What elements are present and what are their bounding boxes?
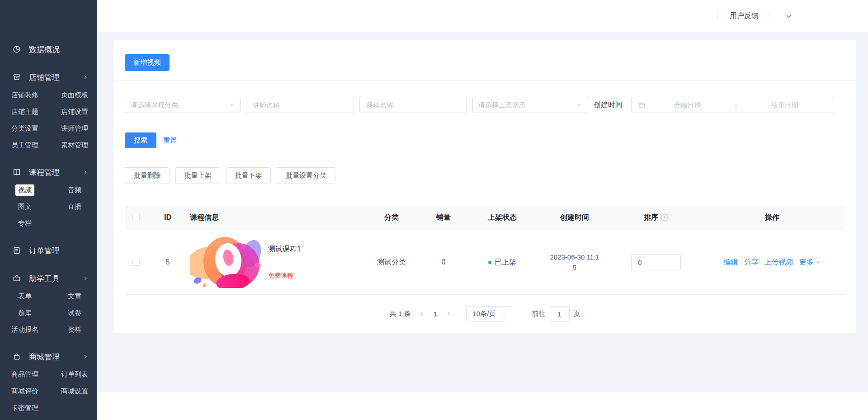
status-select[interactable]: 请选择上架状态 — [472, 97, 588, 113]
select-all-checkbox[interactable] — [132, 214, 140, 221]
goto-page-input[interactable] — [550, 306, 570, 321]
prev-page-button[interactable] — [419, 311, 425, 317]
sidebar-item[interactable]: 图文 — [0, 198, 50, 215]
end-date-placeholder[interactable]: 结束日期 — [743, 101, 826, 109]
batch-publish-button[interactable]: 批量上架 — [175, 167, 220, 184]
chevron-right-icon — [83, 170, 88, 175]
user-feedback-link[interactable]: 用户反馈 — [730, 11, 759, 21]
batch-set-category-button[interactable]: 批量设置分类 — [277, 167, 335, 184]
sidebar-item[interactable]: 讲师管理 — [50, 120, 99, 137]
sidebar-item[interactable]: 店铺主题 — [0, 104, 50, 120]
row-checkbox[interactable] — [132, 259, 140, 266]
column-header-sort: 排序 ! — [613, 213, 699, 222]
add-video-button[interactable]: 新增视频 — [125, 54, 170, 71]
sidebar-item-order-management[interactable]: 订单管理 — [0, 241, 97, 260]
topbar: 用户反馈 — [97, 0, 868, 32]
teacher-name-field — [246, 97, 354, 113]
sidebar-item[interactable]: 店铺设置 — [50, 104, 99, 120]
search-button[interactable]: 搜索 — [125, 132, 156, 148]
chevron-down-icon — [815, 260, 821, 265]
sidebar-item[interactable]: 专栏 — [0, 215, 50, 232]
info-circle-icon[interactable]: ! — [661, 214, 668, 221]
status-select-placeholder: 请选择上架状态 — [478, 101, 526, 109]
chevron-right-icon — [83, 75, 88, 80]
content-card: 新增视频 请选择课程分类 请选择上架状态 创建时间 — [113, 40, 856, 333]
sidebar-item[interactable]: 员工管理 — [0, 137, 50, 154]
sidebar-item[interactable]: 题库 — [0, 305, 50, 321]
sidebar-item[interactable]: 素材管理 — [50, 137, 99, 154]
batch-unpublish-button[interactable]: 批量下架 — [226, 167, 271, 184]
sidebar-group-mall-title[interactable]: 商城管理 — [0, 347, 97, 366]
sidebar-item[interactable]: 表单 — [0, 288, 50, 305]
sidebar-item[interactable]: 活动报名 — [0, 321, 50, 338]
chevron-down-icon — [576, 102, 582, 108]
upload-video-link[interactable]: 上传视频 — [764, 258, 793, 267]
sidebar-group-label: 订单管理 — [29, 245, 60, 256]
share-link[interactable]: 分享 — [744, 258, 759, 267]
column-header-ops: 操作 — [699, 213, 845, 222]
sidebar-item[interactable]: 试卷 — [50, 305, 99, 321]
sidebar-group-label: 课程管理 — [29, 167, 60, 178]
row-status: 已上架 — [468, 258, 536, 267]
sidebar-group-course-title[interactable]: 课程管理 — [0, 163, 97, 182]
sidebar-group-label: 商城管理 — [29, 352, 60, 362]
table-header: ID 课程信息 分类 销量 上架状态 创建时间 排序 ! 操作 — [125, 205, 845, 230]
column-header-created: 创建时间 — [536, 213, 613, 222]
start-date-placeholder[interactable]: 开始日期 — [646, 101, 729, 109]
topbar-divider — [769, 12, 769, 19]
sidebar-item-video-active[interactable]: 视频 — [0, 182, 50, 198]
column-header-sales: 销量 — [419, 213, 468, 222]
filter-bar: 请选择课程分类 请选择上架状态 创建时间 — [113, 97, 856, 113]
chevron-right-icon — [83, 276, 88, 281]
date-range-picker[interactable]: 开始日期 - 结束日期 — [631, 97, 833, 113]
row-category: 测试分类 — [364, 258, 419, 267]
page-size-select[interactable]: 10条/页 — [466, 306, 511, 321]
sort-input[interactable] — [631, 254, 681, 270]
more-dropdown[interactable]: 更多 — [799, 258, 821, 267]
sidebar-item[interactable]: 商品管理 — [0, 366, 50, 383]
sidebar-item[interactable]: 订单列表 — [50, 366, 99, 383]
table-row: 5 测试课程1 免费课程 测试分类 0 已上架 — [125, 230, 845, 295]
sidebar-group-course: 课程管理 视频 音频 图文 直播 专栏 — [0, 163, 97, 232]
category-select[interactable]: 请选择课程分类 — [125, 97, 241, 113]
sidebar-item[interactable]: 商城设置 — [50, 383, 99, 400]
batch-delete-button[interactable]: 批量删除 — [125, 167, 170, 184]
topbar-divider — [717, 12, 718, 19]
divider — [113, 80, 856, 81]
row-sales: 0 — [419, 258, 468, 266]
free-course-tag: 免费课程 — [268, 272, 301, 280]
sidebar-item[interactable]: 直播 — [50, 198, 99, 215]
page-number-current[interactable]: 1 — [433, 310, 437, 318]
next-page-button[interactable] — [445, 311, 452, 317]
sidebar-item[interactable]: 页面模板 — [50, 87, 99, 104]
course-thumbnail — [190, 237, 262, 288]
sidebar-group-tools-title[interactable]: 助学工具 — [0, 269, 97, 288]
course-name-input[interactable] — [366, 101, 460, 109]
column-header-status: 上架状态 — [468, 213, 536, 222]
edit-link[interactable]: 编辑 — [724, 258, 738, 267]
status-dot — [488, 261, 491, 264]
main-content: 新增视频 请选择课程分类 请选择上架状态 创建时间 — [97, 32, 868, 392]
sidebar-group-data: 数据概况 — [0, 40, 97, 59]
chevron-down-icon[interactable] — [785, 12, 793, 20]
sidebar-item[interactable]: 卡密管理 — [0, 400, 50, 416]
book-icon — [12, 168, 21, 177]
sidebar-group-shop: 店铺管理 店铺装修 页面模板 店铺主题 店铺设置 分类设置 讲师管理 员工管理 … — [0, 68, 97, 154]
pie-chart-icon — [12, 45, 21, 54]
sidebar-item[interactable]: 分类设置 — [0, 120, 50, 137]
sidebar-item[interactable]: 文章 — [50, 288, 99, 305]
teacher-name-input[interactable] — [253, 101, 347, 109]
reset-button[interactable]: 重置 — [163, 132, 177, 148]
sidebar-item[interactable]: 音频 — [50, 182, 99, 198]
sidebar-group-label: 数据概况 — [29, 44, 60, 55]
goto-label: 前往 — [532, 310, 546, 318]
course-name-field — [359, 97, 467, 113]
calendar-icon — [638, 101, 646, 109]
sidebar-item-data-overview[interactable]: 数据概况 — [0, 40, 97, 59]
row-created-time: 2023-06-30 11:15 — [536, 252, 613, 273]
sidebar-item[interactable]: 店铺装修 — [0, 87, 50, 104]
sidebar-item[interactable]: 资料 — [50, 321, 99, 338]
sidebar-group-shop-title[interactable]: 店铺管理 — [0, 68, 97, 87]
sidebar: 数据概况 店铺管理 店铺装修 页面模板 店铺主题 店铺设置 分类设置 讲师管理 … — [0, 0, 97, 420]
sidebar-item[interactable]: 商城评价 — [0, 383, 50, 400]
